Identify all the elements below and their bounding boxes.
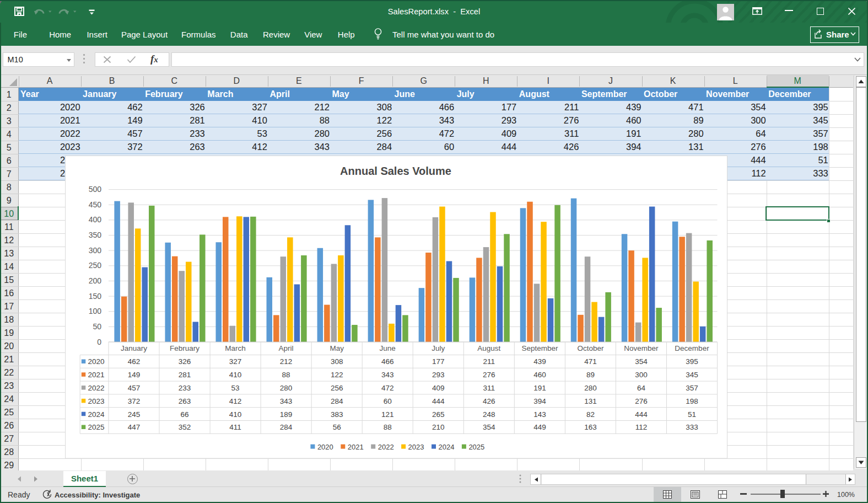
svg-text:2021: 2021 [88,371,104,379]
svg-text:2022: 2022 [88,384,104,392]
svg-text:276: 276 [635,397,648,405]
svg-text:280: 280 [584,384,597,392]
svg-text:212: 212 [279,357,292,366]
svg-text:263: 263 [178,397,191,405]
svg-text:354: 354 [635,357,648,366]
svg-text:March: March [225,344,246,352]
svg-text:447: 447 [127,423,140,431]
svg-text:66: 66 [180,410,188,419]
svg-text:345: 345 [686,371,698,379]
svg-text:June: June [379,344,395,352]
svg-text:352: 352 [178,423,191,431]
svg-text:343: 343 [381,371,393,379]
svg-text:2024: 2024 [438,443,454,451]
svg-text:276: 276 [483,371,495,379]
svg-text:426: 426 [483,397,495,405]
svg-text:400: 400 [88,215,101,224]
svg-text:444: 444 [635,410,648,419]
svg-text:January: January [120,344,147,352]
svg-text:0: 0 [97,338,101,346]
svg-text:250: 250 [88,261,101,270]
svg-text:300: 300 [88,246,101,255]
svg-text:412: 412 [229,397,241,405]
svg-text:April: April [278,344,293,352]
svg-text:411: 411 [229,423,241,431]
svg-text:500: 500 [88,185,101,194]
svg-text:2020: 2020 [88,357,104,366]
svg-text:457: 457 [127,384,140,392]
svg-text:149: 149 [127,371,140,379]
svg-text:2025: 2025 [468,443,484,451]
svg-text:82: 82 [586,410,594,419]
svg-text:410: 410 [229,371,241,379]
svg-text:177: 177 [432,357,445,366]
svg-text:September: September [521,344,558,352]
svg-text:191: 191 [533,384,546,392]
svg-text:53: 53 [231,384,239,392]
svg-text:56: 56 [332,423,341,431]
svg-text:60: 60 [383,397,391,405]
svg-text:51: 51 [687,410,696,419]
svg-text:265: 265 [432,410,445,419]
svg-text:2021: 2021 [347,443,363,451]
svg-text:October: October [577,344,604,352]
svg-text:395: 395 [686,357,698,366]
svg-text:449: 449 [533,423,546,431]
svg-text:281: 281 [178,371,191,379]
svg-text:2025: 2025 [88,423,104,431]
svg-text:64: 64 [637,384,645,392]
svg-text:460: 460 [533,371,546,379]
svg-text:121: 121 [381,410,393,419]
svg-text:350: 350 [88,231,101,239]
svg-text:50: 50 [93,322,101,331]
svg-text:November: November [624,344,659,352]
svg-text:May: May [330,344,344,352]
svg-text:466: 466 [381,357,393,366]
svg-text:163: 163 [584,423,597,431]
svg-text:293: 293 [432,371,445,379]
svg-text:343: 343 [279,397,292,405]
svg-text:471: 471 [584,357,597,366]
svg-text:88: 88 [282,371,290,379]
svg-text:383: 383 [330,410,343,419]
svg-text:December: December [675,344,709,352]
svg-text:354: 354 [483,423,495,431]
svg-text:2020: 2020 [317,443,333,451]
svg-text:100: 100 [88,307,101,315]
svg-text:July: July [432,344,445,352]
svg-text:462: 462 [127,357,140,366]
svg-text:88: 88 [383,423,391,431]
svg-text:210: 210 [432,423,445,431]
svg-text:280: 280 [279,384,292,392]
svg-text:311: 311 [483,384,495,392]
svg-text:444: 444 [432,397,445,405]
svg-text:89: 89 [586,371,594,379]
svg-text:248: 248 [483,410,495,419]
svg-text:333: 333 [686,423,698,431]
svg-text:327: 327 [229,357,241,366]
svg-text:211: 211 [483,357,495,366]
svg-text:372: 372 [127,397,140,405]
svg-text:131: 131 [584,397,597,405]
svg-text:143: 143 [533,410,546,419]
svg-text:150: 150 [88,292,101,301]
svg-text:284: 284 [330,397,343,405]
svg-text:February: February [170,344,200,352]
svg-text:308: 308 [330,357,343,366]
svg-text:439: 439 [533,357,546,366]
svg-text:472: 472 [381,384,393,392]
svg-text:450: 450 [88,200,101,209]
svg-text:200: 200 [88,276,101,285]
svg-text:2023: 2023 [88,397,104,405]
svg-text:233: 233 [178,384,191,392]
svg-text:2023: 2023 [408,443,424,451]
svg-text:198: 198 [686,397,698,405]
svg-text:284: 284 [279,423,292,431]
svg-text:August: August [477,344,500,352]
svg-text:326: 326 [178,357,191,366]
svg-text:112: 112 [635,423,647,431]
svg-text:410: 410 [229,410,241,419]
svg-text:2024: 2024 [88,410,105,419]
svg-text:357: 357 [686,384,698,392]
svg-text:394: 394 [533,397,546,405]
